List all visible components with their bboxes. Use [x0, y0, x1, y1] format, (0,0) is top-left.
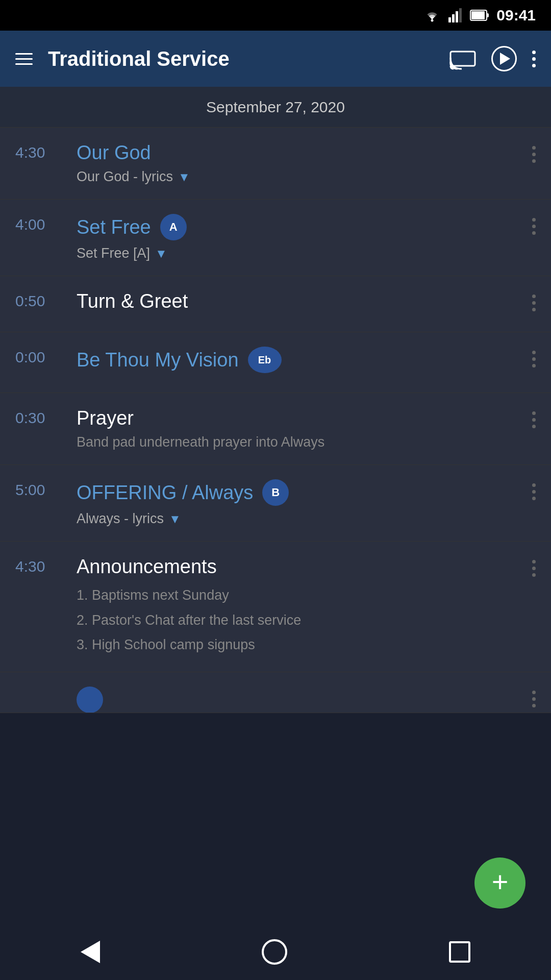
play-circle: [491, 46, 517, 71]
item-more-button[interactable]: [532, 479, 536, 500]
item-more-button[interactable]: [532, 142, 536, 163]
item-content: OFFERING / Always B Always - lyrics ▼: [77, 479, 517, 527]
more-dots-icon: [532, 51, 536, 67]
date-text: September 27, 2020: [206, 99, 345, 116]
nav-home-button[interactable]: [262, 939, 287, 965]
item-title: Be Thou My Vision: [77, 349, 239, 371]
add-fab-button[interactable]: +: [474, 857, 525, 909]
item-more-button[interactable]: [532, 214, 536, 235]
subtitle-text: Always - lyrics: [77, 511, 164, 527]
item-title-row: Turn & Greet: [77, 290, 517, 312]
list-item[interactable]: 5:00 OFFERING / Always B Always - lyrics…: [0, 465, 551, 542]
more-options-button[interactable]: [532, 51, 536, 67]
key-badge: A: [160, 214, 187, 240]
subtitle-text: Set Free [A]: [77, 246, 150, 261]
svg-rect-1: [448, 17, 451, 22]
nav-back-button[interactable]: [81, 941, 100, 963]
play-button[interactable]: [491, 46, 517, 71]
list-item[interactable]: 4:30 Our God Our God - lyrics ▼: [0, 128, 551, 200]
item-subtitle[interactable]: Always - lyrics ▼: [77, 511, 517, 527]
wifi-icon: [423, 8, 441, 22]
key-badge-partial: [77, 687, 103, 713]
announcement-list: 1. Baptisms next Sunday 2. Pastor's Chat…: [77, 583, 517, 657]
add-icon: +: [492, 868, 509, 896]
item-title-row: Set Free A: [77, 214, 517, 240]
list-item[interactable]: 4:00 Set Free A Set Free [A] ▼: [0, 200, 551, 276]
item-time: [15, 687, 61, 689]
item-subtitle[interactable]: Our God - lyrics ▼: [77, 169, 517, 185]
svg-rect-8: [450, 52, 475, 66]
menu-button[interactable]: [15, 53, 33, 65]
item-subtitle[interactable]: Set Free [A] ▼: [77, 246, 517, 261]
item-time: 0:00: [15, 347, 61, 366]
svg-rect-6: [471, 11, 485, 19]
item-content: Our God Our God - lyrics ▼: [77, 142, 517, 185]
item-title-row: Announcements: [77, 556, 517, 578]
key-badge: Eb: [248, 347, 282, 373]
announcement-item: 3. High School camp signups: [77, 632, 517, 657]
item-more-button[interactable]: [532, 687, 536, 707]
item-more-button[interactable]: [532, 290, 536, 311]
item-time: 4:30: [15, 142, 61, 161]
svg-rect-2: [452, 14, 455, 22]
list-item-partial: [0, 672, 551, 713]
item-time: 0:30: [15, 407, 61, 427]
status-bar: 09:41: [0, 0, 551, 31]
back-icon: [81, 941, 100, 963]
list-item[interactable]: 4:30 Announcements 1. Baptisms next Sund…: [0, 542, 551, 672]
item-time: 4:00: [15, 214, 61, 233]
item-title: Prayer: [77, 407, 134, 429]
item-title: Our God: [77, 142, 151, 164]
recents-icon: [449, 941, 470, 963]
item-title-row: Be Thou My Vision Eb: [77, 347, 517, 373]
key-badge: B: [262, 479, 289, 506]
service-list: 4:30 Our God Our God - lyrics ▼ 4:00 Set…: [0, 128, 551, 713]
item-title: Turn & Greet: [77, 290, 188, 312]
signal-icon: [448, 8, 463, 22]
item-time: 0:50: [15, 290, 61, 310]
item-title: OFFERING / Always: [77, 482, 253, 504]
chevron-down-icon: ▼: [178, 170, 190, 184]
chevron-down-icon: ▼: [169, 512, 181, 526]
nav-recents-button[interactable]: [449, 941, 470, 963]
app-bar-actions: [449, 46, 536, 71]
status-icons: 09:41: [423, 7, 536, 24]
play-triangle-icon: [500, 53, 510, 65]
item-title: Set Free: [77, 216, 151, 238]
svg-rect-3: [456, 11, 458, 22]
item-time: 5:00: [15, 479, 61, 499]
svg-rect-4: [459, 8, 462, 22]
item-content: Set Free A Set Free [A] ▼: [77, 214, 517, 261]
subtitle-text: Our God - lyrics: [77, 169, 173, 185]
app-bar: Traditional Service: [0, 31, 551, 87]
item-description: Band pad underneath prayer into Always: [77, 434, 517, 450]
item-content: Turn & Greet: [77, 290, 517, 317]
list-item[interactable]: 0:00 Be Thou My Vision Eb: [0, 332, 551, 393]
chevron-down-icon: ▼: [155, 247, 167, 261]
home-icon: [262, 939, 287, 965]
item-time: 4:30: [15, 556, 61, 575]
item-title-row: Our God: [77, 142, 517, 164]
date-header: September 27, 2020: [0, 87, 551, 128]
item-content: Announcements 1. Baptisms next Sunday 2.…: [77, 556, 517, 657]
item-more-button[interactable]: [532, 407, 536, 428]
cast-icon: [449, 47, 476, 70]
item-title: Announcements: [77, 556, 217, 578]
svg-rect-7: [487, 13, 489, 17]
nav-bar: [0, 924, 551, 980]
cast-button[interactable]: [449, 47, 476, 70]
item-content: Be Thou My Vision Eb: [77, 347, 517, 378]
announcement-item: 1. Baptisms next Sunday: [77, 583, 517, 608]
app-title: Traditional Service: [48, 47, 434, 70]
item-title-row: OFFERING / Always B: [77, 479, 517, 506]
announcement-item: 2. Pastor's Chat after the last service: [77, 608, 517, 633]
list-item[interactable]: 0:50 Turn & Greet: [0, 276, 551, 332]
item-more-button[interactable]: [532, 556, 536, 577]
list-item[interactable]: 0:30 Prayer Band pad underneath prayer i…: [0, 393, 551, 465]
item-content: Prayer Band pad underneath prayer into A…: [77, 407, 517, 450]
battery-icon: [470, 10, 489, 21]
status-time: 09:41: [496, 7, 536, 24]
item-title-row: Prayer: [77, 407, 517, 429]
item-more-button[interactable]: [532, 347, 536, 368]
item-content-partial: [77, 687, 517, 713]
